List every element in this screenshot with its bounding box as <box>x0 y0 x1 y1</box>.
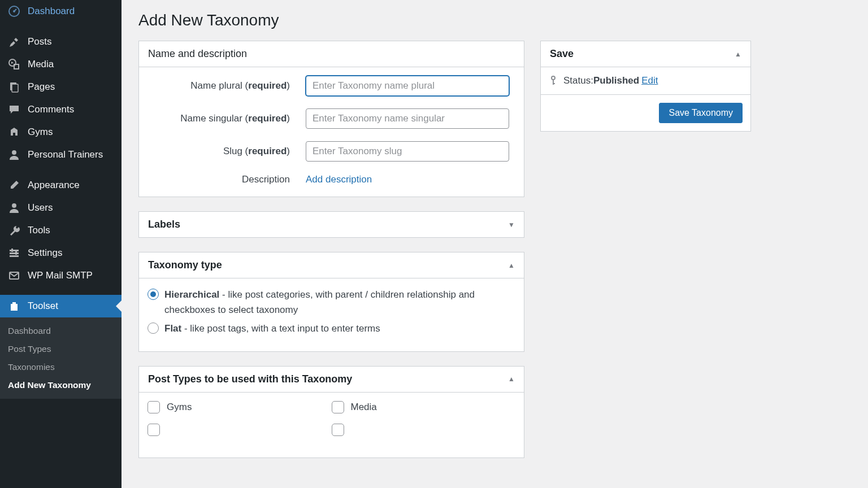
svg-rect-16 <box>553 83 555 84</box>
key-icon <box>549 76 558 86</box>
sidebar-item-label: Users <box>28 202 53 213</box>
save-status-row: Status: Published Edit <box>541 67 750 95</box>
sidebar-item-posts[interactable]: Posts <box>0 30 121 53</box>
edit-status-link[interactable]: Edit <box>641 75 658 86</box>
svg-rect-5 <box>12 84 18 92</box>
settings-icon <box>8 247 20 259</box>
sidebar-item-users[interactable]: Users <box>0 197 121 219</box>
submenu-item-post-types[interactable]: Post Types <box>0 340 121 358</box>
label-slug: Slug (required) <box>147 146 306 157</box>
checkbox-item[interactable] <box>332 424 516 436</box>
submenu-item-add-new-taxonomy[interactable]: Add New Taxonomy <box>0 376 121 394</box>
svg-rect-8 <box>10 250 19 251</box>
sidebar-item-label: Dashboard <box>28 6 75 17</box>
chevron-up-icon: ▲ <box>735 50 741 58</box>
sidebar-item-label: Toolset <box>28 300 58 312</box>
sidebar-item-label: Media <box>28 59 54 70</box>
pin-icon <box>8 36 20 48</box>
radio-flat[interactable]: Flat - like post tags, with a text input… <box>147 321 515 336</box>
svg-point-7 <box>12 203 16 208</box>
label-description: Description <box>147 174 306 185</box>
sidebar-item-label: Posts <box>28 36 52 47</box>
admin-sidebar: Dashboard Posts Media Pages Comments <box>0 0 121 488</box>
pages-icon <box>8 81 20 93</box>
panel-header-save[interactable]: Save ▲ <box>541 41 750 67</box>
panel-labels: Labels ▼ <box>138 211 524 238</box>
panel-header-labels[interactable]: Labels ▼ <box>139 212 524 237</box>
media-icon <box>8 58 20 71</box>
sidebar-item-label: Personal Trainers <box>28 149 103 160</box>
gyms-icon <box>8 126 20 138</box>
chevron-down-icon: ▼ <box>508 221 515 229</box>
sidebar-item-comments[interactable]: Comments <box>0 98 121 121</box>
panel-name-description: Name and description Name plural (requir… <box>138 41 524 197</box>
sidebar-item-label: WP Mail SMTP <box>28 270 93 281</box>
sidebar-item-settings[interactable]: Settings <box>0 242 121 264</box>
sidebar-item-appearance[interactable]: Appearance <box>0 174 121 197</box>
checkbox-item[interactable] <box>147 424 332 436</box>
sidebar-item-dashboard[interactable]: Dashboard <box>0 0 121 23</box>
panel-title: Taxonomy type <box>148 259 222 271</box>
svg-rect-12 <box>15 251 17 255</box>
chevron-up-icon: ▲ <box>508 375 515 383</box>
sidebar-item-personal-trainers[interactable]: Personal Trainers <box>0 143 121 166</box>
toolset-icon <box>8 300 20 312</box>
panel-header-taxonomy-type[interactable]: Taxonomy type ▲ <box>139 252 524 278</box>
page-title: Add New Taxonomy <box>138 11 857 29</box>
sidebar-item-tools[interactable]: Tools <box>0 219 121 242</box>
label-name-plural: Name plural (required) <box>147 80 306 91</box>
main-content: Add New Taxonomy Name and description Na… <box>121 0 868 488</box>
sidebar-item-media[interactable]: Media <box>0 53 121 76</box>
svg-point-6 <box>12 150 16 155</box>
sidebar-item-pages[interactable]: Pages <box>0 76 121 98</box>
panel-title: Save <box>550 48 574 60</box>
sidebar-item-label: Appearance <box>28 180 80 191</box>
submenu-item-taxonomies[interactable]: Taxonomies <box>0 358 121 376</box>
toolset-submenu: Dashboard Post Types Taxonomies Add New … <box>0 317 121 399</box>
sidebar-item-label: Settings <box>28 247 62 259</box>
sidebar-item-label: Pages <box>28 81 55 93</box>
input-name-singular[interactable] <box>306 108 509 129</box>
checkbox-label: Gyms <box>167 402 192 413</box>
brush-icon <box>8 179 20 191</box>
svg-rect-10 <box>10 255 19 257</box>
svg-rect-9 <box>10 252 19 254</box>
sidebar-item-gyms[interactable]: Gyms <box>0 121 121 143</box>
status-value: Published <box>593 75 639 86</box>
panel-header-name-description[interactable]: Name and description <box>139 41 524 67</box>
input-name-plural[interactable] <box>306 76 509 96</box>
sidebar-item-label: Comments <box>28 104 74 115</box>
panel-post-types: Post Types to be used with this Taxonomy… <box>138 366 524 458</box>
svg-rect-11 <box>11 249 13 252</box>
add-description-link[interactable]: Add description <box>306 174 372 185</box>
input-slug[interactable] <box>306 141 509 162</box>
person-icon <box>8 149 20 161</box>
submenu-item-dashboard[interactable]: Dashboard <box>0 322 121 340</box>
comment-icon <box>8 103 20 116</box>
label-name-singular: Name singular (required) <box>147 113 306 124</box>
checkbox-label: Media <box>351 402 377 413</box>
mail-icon <box>8 269 20 282</box>
wrench-icon <box>8 224 20 237</box>
svg-point-1 <box>13 10 15 12</box>
sidebar-item-wp-mail-smtp[interactable]: WP Mail SMTP <box>0 264 121 287</box>
sidebar-item-label: Gyms <box>28 127 53 138</box>
radio-hierarchical[interactable]: Hierarchical - like post categories, wit… <box>147 287 515 317</box>
status-label: Status: <box>563 75 593 86</box>
panel-title: Post Types to be used with this Taxonomy <box>148 373 352 385</box>
sidebar-item-label: Tools <box>28 225 50 236</box>
sidebar-item-toolset[interactable]: Toolset <box>0 295 121 317</box>
checkbox-gyms[interactable]: Gyms <box>147 401 332 413</box>
panel-save: Save ▲ Status: Published Edit Save Taxon… <box>540 41 751 132</box>
chevron-up-icon: ▲ <box>508 262 515 269</box>
panel-header-post-types[interactable]: Post Types to be used with this Taxonomy… <box>139 367 524 393</box>
checkbox-media[interactable]: Media <box>332 401 516 413</box>
panel-taxonomy-type: Taxonomy type ▲ Hierarchical - like post… <box>138 252 524 352</box>
person-icon <box>8 202 20 214</box>
save-taxonomy-button[interactable]: Save Taxonomy <box>659 103 743 123</box>
panel-title: Name and description <box>148 48 247 60</box>
dashboard-icon <box>8 5 20 18</box>
panel-title: Labels <box>148 219 180 230</box>
